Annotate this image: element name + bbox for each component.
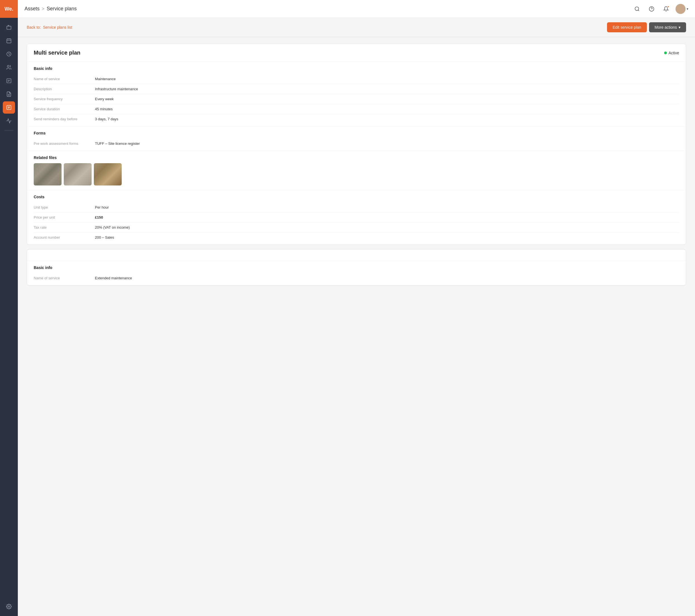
breadcrumb: Assets > Service plans	[24, 6, 77, 12]
main-content: Assets > Service plans ▾	[18, 0, 695, 616]
field-row-description: Description Infrastructure maintenance	[34, 84, 679, 94]
costs-section: Costs Unit type Per hour Price per unit …	[27, 190, 686, 245]
field-row-frequency: Service frequency Every week	[34, 94, 679, 104]
notifications-button[interactable]	[661, 4, 671, 14]
value-account-number: 200 – Sales	[95, 235, 114, 239]
search-button[interactable]	[632, 4, 642, 14]
svg-rect-4	[7, 79, 11, 83]
breadcrumb-current: Service plans	[47, 6, 77, 12]
svg-point-3	[7, 65, 9, 67]
costs-title: Costs	[34, 195, 679, 199]
value-tax-rate: 20% (VAT on income)	[95, 225, 130, 230]
value-service-duration: 45 minutes	[95, 107, 113, 111]
user-avatar-wrapper[interactable]: ▾	[676, 4, 688, 14]
basic-info-section-2: Basic info Name of service Extended main…	[27, 261, 686, 285]
topbar: Assets > Service plans ▾	[18, 0, 695, 18]
plan-header-2	[27, 250, 686, 261]
value-reminders: 3 days, 7 days	[95, 117, 118, 121]
value-name-of-service: Maintenance	[95, 77, 116, 81]
back-link-text[interactable]: Service plans list	[43, 25, 72, 30]
file-thumbnail-1[interactable]	[34, 163, 62, 185]
back-link: Back to: Service plans list	[27, 25, 72, 30]
help-button[interactable]	[647, 4, 657, 14]
plan-title: Multi service plan	[34, 50, 81, 56]
svg-point-9	[635, 7, 639, 10]
more-actions-button[interactable]: More actions ▾	[649, 22, 686, 32]
value-unit-type: Per hour	[95, 205, 109, 210]
field-row-name: Name of service Maintenance	[34, 74, 679, 84]
file-thumbnail-3[interactable]	[94, 163, 122, 185]
label-tax-rate: Tax rate	[34, 225, 95, 230]
basic-info-title-2: Basic info	[34, 265, 679, 270]
topbar-actions: ▾	[632, 4, 688, 14]
edit-service-plan-button[interactable]: Edit service plan	[607, 22, 647, 32]
related-files-section: Related files	[27, 151, 686, 190]
files-grid	[34, 163, 679, 185]
svg-rect-1	[7, 39, 11, 43]
field-row-price: Price per unit £150	[34, 213, 679, 222]
sidebar-item-settings[interactable]	[3, 600, 15, 613]
label-reminders: Send reminders day before	[34, 117, 95, 121]
label-unit-type: Unit type	[34, 205, 95, 210]
sidebar-bottom	[3, 597, 15, 616]
label-name-of-service: Name of service	[34, 77, 95, 81]
forms-title: Forms	[34, 131, 679, 135]
value-pre-work-forms: TUFF – Site licence register	[95, 141, 140, 146]
field-row-duration: Service duration 45 minutes	[34, 104, 679, 114]
back-label: Back to:	[27, 25, 41, 30]
app-logo[interactable]: We.	[0, 0, 18, 18]
breadcrumb-separator: >	[42, 6, 44, 12]
label-service-duration: Service duration	[34, 107, 95, 111]
sidebar-item-calendar[interactable]	[3, 35, 15, 47]
field-row-forms: Pre work assessment forms TUFF – Site li…	[34, 139, 679, 148]
sidebar-nav	[3, 18, 15, 597]
value-service-frequency: Every week	[95, 97, 114, 101]
sidebar-item-jobs[interactable]	[3, 21, 15, 33]
label-price-per-unit: Price per unit	[34, 215, 95, 219]
related-files-title: Related files	[34, 155, 679, 160]
svg-point-11	[679, 7, 681, 9]
status-dot-icon	[664, 51, 667, 54]
sidebar: We.	[0, 0, 18, 616]
subheader: Back to: Service plans list Edit service…	[18, 18, 695, 37]
avatar	[676, 4, 685, 14]
value-name-of-service-2: Extended maintenance	[95, 276, 132, 280]
svg-rect-0	[7, 26, 11, 30]
label-service-frequency: Service frequency	[34, 97, 95, 101]
plan-header: Multi service plan Active	[27, 44, 686, 62]
label-name-of-service-2: Name of service	[34, 276, 95, 280]
basic-info-section: Basic info Name of service Maintenance D…	[27, 62, 686, 126]
field-row-account: Account number 200 – Sales	[34, 233, 679, 242]
sidebar-item-service-plans[interactable]	[3, 101, 15, 114]
breadcrumb-parent[interactable]: Assets	[24, 6, 39, 12]
more-actions-chevron-icon: ▾	[679, 25, 680, 30]
field-row-tax: Tax rate 20% (VAT on income)	[34, 222, 679, 233]
basic-info-title: Basic info	[34, 66, 679, 71]
service-plan-card-2: Basic info Name of service Extended main…	[27, 249, 686, 285]
status-badge: Active	[664, 51, 679, 55]
page-content: Multi service plan Active Basic info Nam…	[18, 37, 695, 616]
sidebar-item-reports[interactable]	[3, 74, 15, 87]
sidebar-item-history[interactable]	[3, 48, 15, 60]
sidebar-item-documents[interactable]	[3, 88, 15, 100]
svg-point-8	[9, 606, 10, 607]
sidebar-item-analytics[interactable]	[3, 115, 15, 127]
label-description: Description	[34, 87, 95, 91]
field-row-reminders: Send reminders day before 3 days, 7 days	[34, 114, 679, 124]
sidebar-divider	[4, 130, 13, 131]
label-pre-work-forms: Pre work assessment forms	[34, 141, 95, 146]
avatar-chevron-icon: ▾	[686, 7, 688, 11]
notification-dot	[667, 5, 669, 8]
service-plan-card: Multi service plan Active Basic info Nam…	[27, 44, 686, 245]
field-row-name-2: Name of service Extended maintenance	[34, 273, 679, 283]
forms-section: Forms Pre work assessment forms TUFF – S…	[27, 126, 686, 151]
value-price-per-unit: £150	[95, 215, 103, 219]
status-label: Active	[668, 51, 679, 55]
value-description: Infrastructure maintenance	[95, 87, 138, 91]
label-account-number: Account number	[34, 235, 95, 239]
sidebar-item-users[interactable]	[3, 61, 15, 73]
file-thumbnail-2[interactable]	[64, 163, 91, 185]
subheader-buttons: Edit service plan More actions ▾	[607, 22, 686, 32]
field-row-unit-type: Unit type Per hour	[34, 202, 679, 213]
